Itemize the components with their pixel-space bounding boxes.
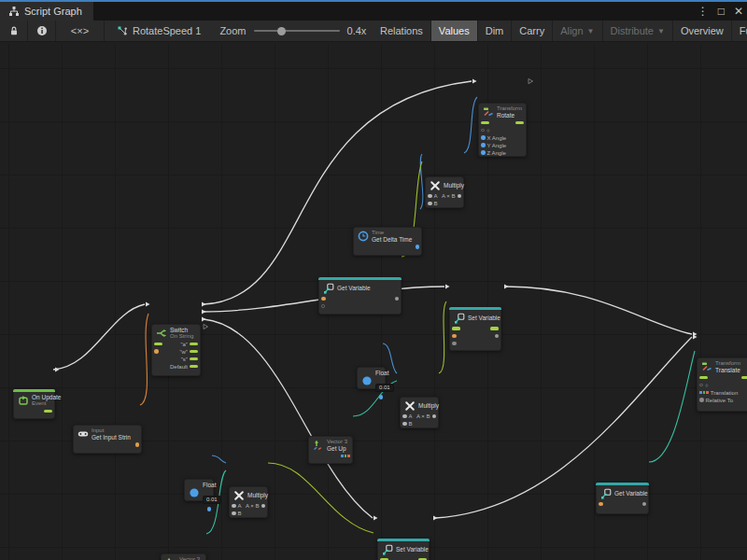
gamepad-icon [77, 427, 89, 440]
vector3-icon [164, 556, 176, 560]
port-dot[interactable] [135, 442, 140, 447]
node-vector3-get-down[interactable]: Vector 3Get Down [161, 553, 206, 560]
port-dot[interactable] [642, 502, 647, 507]
port-flow[interactable] [741, 376, 747, 380]
flow-arrow-icon [146, 301, 150, 306]
toolbar-button-distribute[interactable]: Distribute▼ [603, 21, 673, 41]
variable-icon [381, 543, 393, 555]
port-ring[interactable] [321, 304, 325, 308]
port-dot[interactable] [416, 245, 420, 249]
flow-arrow-icon [433, 515, 438, 520]
port-ring[interactable] [481, 129, 485, 133]
port-vec3[interactable] [699, 391, 709, 394]
node-multiply-center[interactable]: MultiplyAA × BB [400, 397, 439, 428]
port-dot[interactable] [379, 395, 384, 399]
lock-button[interactable] [0, 21, 28, 41]
port-flow[interactable] [515, 121, 524, 125]
toolbar-button-label: Full Screen [740, 25, 747, 36]
port-dot[interactable] [599, 502, 603, 507]
port-flow[interactable] [481, 121, 489, 125]
close-icon[interactable]: ✕ [734, 5, 743, 18]
toolbar-button-overview[interactable]: Overview [673, 21, 732, 41]
flow-arrow-icon [202, 309, 206, 314]
toolbar-button-dim[interactable]: Dim [478, 21, 513, 41]
toolbar-button-label: Carry [519, 25, 544, 36]
port-dot[interactable] [481, 150, 486, 155]
port-dot[interactable] [395, 297, 400, 301]
toolbar-button-full-screen[interactable]: Full Screen [732, 21, 747, 41]
node-title: Switch [170, 327, 193, 333]
port-dot[interactable] [428, 202, 432, 206]
window-menu-icon[interactable]: ⋮ [698, 5, 709, 18]
port-dot[interactable] [207, 507, 212, 511]
port-dot[interactable] [452, 334, 457, 339]
port-dot[interactable] [232, 511, 236, 516]
node-get-variable-top[interactable]: Get Variable [318, 277, 402, 315]
node-vector3-get-up[interactable]: Vector 3Get Up [308, 436, 353, 464]
port-vec3[interactable] [341, 455, 350, 457]
node-port-row: "s" [152, 356, 200, 363]
node-header: Vector 3Get Down [162, 554, 205, 560]
node-set-variable-bottom[interactable]: Set Variable [377, 539, 430, 560]
toolbar-button-carry[interactable]: Carry [512, 21, 553, 41]
zoom-slider-handle[interactable] [277, 27, 286, 35]
port-flow[interactable] [190, 343, 198, 346]
port-dot[interactable] [481, 143, 486, 147]
graph-breadcrumb[interactable]: RotateSpeed 1 [105, 21, 212, 41]
node-pretitle: Transform [497, 105, 522, 112]
toolbar-button-align[interactable]: Align▼ [553, 21, 602, 41]
node-title: Float [375, 370, 381, 376]
node-get-delta-time[interactable]: TimeGet Delta Time [353, 227, 422, 256]
port-flow[interactable] [190, 350, 198, 354]
node-set-variable-center[interactable]: Set Variable [449, 307, 501, 351]
toolbar-button-values[interactable]: Values [431, 21, 478, 41]
port-flow[interactable] [490, 327, 499, 330]
port-dot[interactable] [699, 398, 704, 402]
node-port-row [14, 408, 54, 415]
inline-value-field[interactable]: 0.01 [203, 496, 221, 504]
zoom-slider[interactable] [254, 30, 340, 32]
port-flow[interactable] [190, 357, 198, 361]
port-dot[interactable] [154, 349, 159, 354]
port-flow[interactable] [452, 327, 460, 330]
node-header: Float0.01 [358, 368, 385, 394]
info-button[interactable] [28, 21, 56, 41]
port-dot[interactable] [481, 135, 486, 140]
wire-setvar-bottom-to-translate [435, 337, 692, 518]
port-flow[interactable] [699, 376, 708, 380]
maximize-icon[interactable]: □ [718, 5, 725, 18]
port-label: B [409, 421, 413, 427]
node-multiply-top[interactable]: MultiplyAA × BB [425, 176, 464, 208]
port-dot[interactable] [321, 297, 326, 301]
port-dot[interactable] [402, 414, 407, 419]
node-pretitle: Input [92, 427, 131, 434]
port-ring[interactable] [699, 384, 703, 387]
port-dot[interactable] [261, 504, 266, 509]
node-rotate[interactable]: TransformRotate✛X AngleY AngleZ Angle [478, 103, 527, 157]
node-get-variable-br[interactable]: Get Variable [596, 483, 649, 514]
port-flow[interactable] [154, 343, 162, 346]
tab-script-graph[interactable]: Script Graph [0, 2, 93, 21]
node-translate[interactable]: TransformTranslate✛TranslationRelative T… [697, 357, 747, 412]
port-dot[interactable] [232, 504, 236, 509]
port-dot[interactable] [428, 194, 432, 199]
node-on-update[interactable]: On UpdateEvent [13, 389, 55, 419]
port-dot[interactable] [432, 414, 437, 419]
port-flow[interactable] [190, 365, 198, 369]
port-flow[interactable] [44, 410, 52, 413]
port-label: X Angle [487, 135, 507, 141]
port-dot[interactable] [402, 422, 407, 427]
node-switch[interactable]: SwitchOn String"a""w""s"Default [151, 324, 201, 376]
view-buttons: RelationsValuesDimCarryAlign▼Distribute▼… [373, 21, 747, 41]
toolbar-button-relations[interactable]: Relations [373, 21, 431, 41]
port-dot[interactable] [495, 334, 500, 339]
node-get-input-string[interactable]: InputGet Input Strin [73, 425, 142, 454]
node-float-center[interactable]: Float0.01 [357, 367, 386, 389]
zoom-fit-button[interactable]: <×> [56, 21, 105, 41]
node-multiply-bottom[interactable]: MultiplyAA × BB [229, 486, 268, 518]
port-dot[interactable] [458, 194, 462, 199]
graph-canvas[interactable]: TransformRotate✛X AngleY AngleZ AngleMul… [0, 44, 747, 560]
inline-value-field[interactable]: 0.01 [375, 384, 394, 392]
port-dot[interactable] [452, 342, 457, 346]
node-float-bottom[interactable]: Float0.01 [184, 479, 214, 501]
